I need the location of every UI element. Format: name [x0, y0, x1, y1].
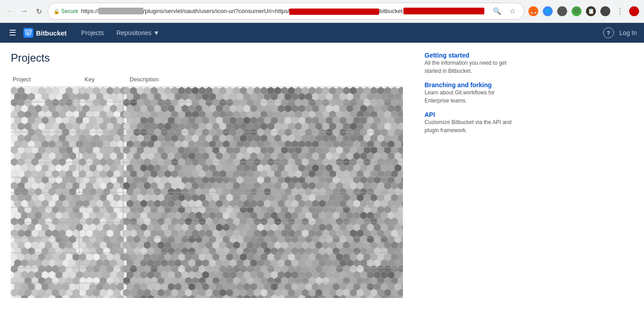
table-header-row: Project Key Description	[11, 73, 403, 87]
col-description-header: Description	[128, 73, 403, 87]
hex-pattern-canvas	[11, 87, 403, 298]
search-icon-btn[interactable]: 🔍	[491, 5, 503, 18]
browser-chrome: ← → ↻ 🔒 Secure https://xxx/plugins/servl…	[0, 0, 644, 23]
url-redacted-part3: xxx	[403, 8, 484, 14]
bitbucket-logo-text: Bitbucket	[36, 29, 67, 37]
branching-forking-desc: Learn about Git workflows for Enterprise…	[425, 89, 520, 105]
nav-right: ? Log In	[603, 27, 637, 38]
back-button[interactable]: ←	[4, 5, 16, 18]
col-project-header: Project	[11, 73, 83, 87]
getting-started-link[interactable]: Getting started	[425, 52, 470, 59]
api-desc: Customize Bitbucket via the API and plug…	[425, 118, 520, 134]
projects-table: Project Key Description	[11, 73, 403, 87]
browser-icons: 🦊 🌐 👁 🛡 📋 ≡ ⋮	[527, 5, 640, 18]
shield-icon: 🛡	[572, 6, 581, 16]
clipboard-icon: 📋	[586, 6, 596, 16]
ext-more-btn[interactable]: ⋮	[613, 5, 626, 18]
projects-nav-link[interactable]: Projects	[76, 25, 109, 41]
ext-red-btn[interactable]	[628, 5, 640, 18]
eye-icon: 👁	[557, 6, 567, 16]
ext-clipboard-btn[interactable]: 📋	[585, 5, 597, 18]
api-link[interactable]: API	[425, 111, 435, 118]
page-title: Projects	[11, 52, 403, 64]
ext-firefox-btn[interactable]: 🦊	[527, 5, 540, 18]
url-redacted-part1: xxx	[98, 8, 143, 14]
nav-links: Projects Repositories ▼	[76, 25, 165, 41]
secure-label: Secure	[61, 8, 78, 14]
sidebar: Getting started All the information you …	[414, 43, 531, 329]
repositories-nav-link[interactable]: Repositories ▼	[111, 25, 165, 41]
getting-started-desc: All the information you need to get star…	[425, 59, 520, 75]
repositories-chevron-icon: ▼	[153, 29, 160, 36]
red-icon	[629, 6, 639, 16]
secure-badge: 🔒 Secure	[54, 8, 78, 14]
ext-layers-btn[interactable]: ≡	[599, 5, 612, 18]
col-key-header: Key	[83, 73, 128, 87]
ext-globe-btn[interactable]: 🌐	[541, 5, 554, 18]
nav-buttons: ← → ↻	[4, 5, 45, 18]
bitbucket-icon	[23, 28, 33, 38]
page-content: Projects Project Key Description Getting…	[0, 43, 644, 329]
globe-icon: 🌐	[543, 6, 553, 16]
forward-button[interactable]: →	[18, 5, 31, 18]
branching-forking-link[interactable]: Branching and forking	[425, 81, 492, 89]
bookmark-icon-btn[interactable]: ☆	[506, 5, 519, 18]
reload-button[interactable]: ↻	[32, 5, 45, 18]
ext-eye-btn[interactable]: 👁	[556, 5, 568, 18]
more-icon: ⋮	[617, 7, 623, 15]
bitbucket-logo[interactable]: Bitbucket	[23, 28, 67, 38]
lock-icon: 🔒	[54, 9, 60, 14]
address-bar[interactable]: 🔒 Secure https://xxx/plugins/servlet/oau…	[48, 3, 524, 20]
table-body-redacted	[11, 87, 403, 298]
help-button[interactable]: ?	[603, 27, 614, 38]
app-navbar: ☰ Bitbucket Projects Repositories ▼ ? Lo…	[0, 23, 644, 43]
main-area: Projects Project Key Description	[0, 43, 414, 329]
login-button[interactable]: Log In	[619, 29, 637, 36]
firefox-icon: 🦊	[528, 6, 538, 16]
url-text: https://xxx/plugins/servlet/oauth/users/…	[81, 8, 488, 15]
hamburger-button[interactable]: ☰	[7, 26, 18, 40]
layers-icon: ≡	[600, 6, 610, 16]
ext-shield-btn[interactable]: 🛡	[570, 5, 583, 18]
url-redacted-part2	[289, 9, 379, 15]
browser-toolbar: ← → ↻ 🔒 Secure https://xxx/plugins/servl…	[0, 0, 644, 22]
